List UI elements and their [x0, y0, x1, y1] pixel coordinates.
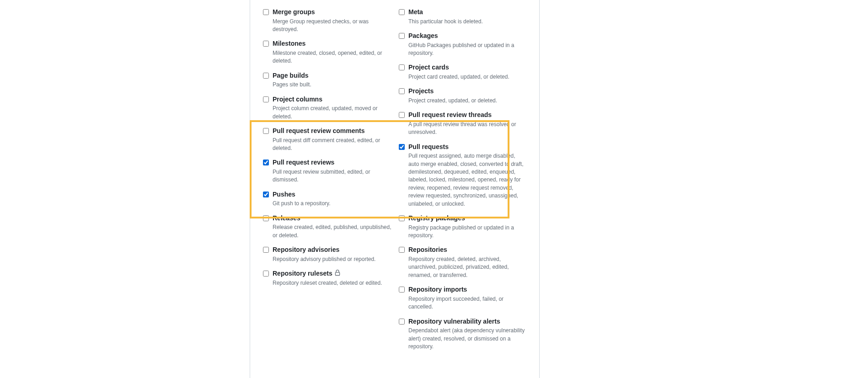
event-checkbox-repo-advisories[interactable] — [263, 247, 269, 253]
event-checkbox-repositories[interactable] — [399, 247, 405, 253]
event-checkbox-pull-requests[interactable] — [399, 144, 405, 150]
event-meta[interactable]: MetaThis particular hook is deleted. — [399, 4, 530, 27]
event-checkbox-meta[interactable] — [399, 9, 405, 15]
event-title: Pull request review comments — [273, 127, 391, 136]
event-releases[interactable]: ReleasesRelease created, edited, publish… — [263, 210, 394, 241]
event-desc: Project created, updated, or deleted. — [408, 97, 527, 105]
event-desc: Dependabot alert (aka dependency vulnera… — [408, 327, 527, 351]
event-checkbox-repo-rulesets[interactable] — [263, 271, 269, 277]
event-title-text: Repository advisories — [273, 246, 339, 253]
event-checkbox-pushes[interactable] — [263, 192, 269, 197]
event-title-text: Pull request review threads — [408, 111, 492, 118]
event-title: Milestones — [273, 39, 391, 48]
event-title: Project cards — [408, 63, 527, 72]
event-repo-rulesets[interactable]: Repository rulesetsRepository ruleset cr… — [263, 265, 394, 289]
event-checkbox-projects[interactable] — [399, 88, 405, 94]
event-body: Project columnsProject column created, u… — [273, 95, 394, 121]
event-desc: Project column created, updated, moved o… — [273, 105, 391, 121]
event-body: Merge groupsMerge Group requested checks… — [273, 8, 394, 33]
event-checkbox-packages[interactable] — [399, 33, 405, 39]
event-desc: Registry package published or updated in… — [408, 224, 527, 240]
event-projects[interactable]: ProjectsProject created, updated, or del… — [399, 83, 530, 106]
event-title: Project columns — [273, 95, 391, 104]
event-title: Repository rulesets — [273, 269, 391, 278]
event-checkbox-pr-reviews[interactable] — [263, 160, 269, 165]
event-body: Pull request reviewsPull request review … — [273, 158, 394, 184]
event-body: Pull requestsPull request assigned, auto… — [408, 143, 530, 208]
event-body: Repository importsRepository import succ… — [408, 285, 530, 311]
event-body: MetaThis particular hook is deleted. — [408, 8, 530, 26]
event-title-text: Repositories — [408, 246, 447, 253]
event-desc: Project card created, updated, or delete… — [408, 73, 527, 81]
event-title-text: Repository imports — [408, 286, 467, 293]
event-checkbox-merge-groups[interactable] — [263, 9, 269, 15]
event-desc: Pull request review submitted, edited, o… — [273, 168, 391, 184]
event-desc: GitHub Packages published or updated in … — [408, 42, 527, 58]
events-column-left: Merge groupsMerge Group requested checks… — [263, 4, 394, 352]
event-checkbox-milestones[interactable] — [263, 41, 269, 47]
event-page-builds[interactable]: Page buildsPages site built. — [263, 67, 394, 91]
event-title: Pull request reviews — [273, 158, 391, 167]
event-title-text: Project cards — [408, 64, 449, 71]
event-desc: Pull request diff comment created, edite… — [273, 137, 391, 153]
event-repo-vuln-alerts[interactable]: Repository vulnerability alertsDependabo… — [399, 313, 530, 353]
lock-icon — [332, 270, 341, 277]
event-checkbox-project-cards[interactable] — [399, 64, 405, 70]
event-repo-imports[interactable]: Repository importsRepository import succ… — [399, 281, 530, 313]
event-pr-reviews[interactable]: Pull request reviewsPull request review … — [263, 154, 394, 186]
event-checkbox-releases[interactable] — [263, 215, 269, 221]
event-title-text: Milestones — [273, 40, 305, 47]
event-title-text: Repository rulesets — [273, 270, 332, 277]
event-project-columns[interactable]: Project columnsProject column created, u… — [263, 91, 394, 122]
event-pushes[interactable]: PushesGit push to a repository. — [263, 186, 394, 210]
event-title: Merge groups — [273, 8, 391, 17]
event-pr-review-comments[interactable]: Pull request review commentsPull request… — [263, 122, 394, 154]
event-repo-advisories[interactable]: Repository advisoriesRepository advisory… — [263, 241, 394, 265]
event-body: Repository vulnerability alertsDependabo… — [408, 317, 530, 351]
event-title-text: Pull request review comments — [273, 127, 365, 134]
event-checkbox-pr-review-comments[interactable] — [263, 128, 269, 134]
event-desc: This particular hook is deleted. — [408, 18, 527, 26]
event-body: PushesGit push to a repository. — [273, 190, 394, 208]
event-checkbox-pr-review-threads[interactable] — [399, 112, 405, 118]
event-repositories[interactable]: RepositoriesRepository created, deleted,… — [399, 241, 530, 281]
event-title-text: Page builds — [273, 72, 309, 79]
event-title-text: Repository vulnerability alerts — [408, 318, 500, 325]
event-checkbox-repo-imports[interactable] — [399, 287, 405, 293]
event-title-text: Pull request reviews — [273, 159, 334, 166]
event-pr-review-threads[interactable]: Pull request review threadsA pull reques… — [399, 106, 530, 138]
webhook-events-panel: Merge groupsMerge Group requested checks… — [250, 0, 540, 378]
event-title-text: Projects — [408, 87, 434, 95]
event-title: Repository advisories — [273, 245, 391, 255]
event-checkbox-project-columns[interactable] — [263, 96, 269, 102]
event-checkbox-page-builds[interactable] — [263, 73, 269, 79]
event-merge-groups[interactable]: Merge groupsMerge Group requested checks… — [263, 4, 394, 35]
event-project-cards[interactable]: Project cardsProject card created, updat… — [399, 59, 530, 83]
event-desc: Release created, edited, published, unpu… — [273, 224, 391, 240]
event-body: ProjectsProject created, updated, or del… — [408, 87, 530, 105]
event-title: Pull request review threads — [408, 111, 527, 120]
event-title: Pull requests — [408, 143, 527, 152]
event-title: Releases — [273, 214, 391, 223]
event-desc: Repository ruleset created, deleted or e… — [273, 279, 391, 287]
event-body: Pull request review threadsA pull reques… — [408, 111, 530, 136]
event-title-text: Pushes — [273, 191, 295, 198]
event-desc: Merge Group requested checks, or was des… — [273, 18, 391, 34]
event-registry-packages[interactable]: Registry packagesRegistry package publis… — [399, 210, 530, 241]
event-checkbox-registry-packages[interactable] — [399, 215, 405, 221]
event-body: ReleasesRelease created, edited, publish… — [273, 214, 394, 240]
event-checkbox-repo-vuln-alerts[interactable] — [399, 319, 405, 325]
event-body: Registry packagesRegistry package publis… — [408, 214, 530, 240]
event-desc: Pages site built. — [273, 81, 391, 89]
event-title: Page builds — [273, 71, 391, 80]
event-title-text: Meta — [408, 8, 423, 16]
event-pull-requests[interactable]: Pull requestsPull request assigned, auto… — [399, 138, 530, 210]
event-packages[interactable]: PackagesGitHub Packages published or upd… — [399, 27, 530, 59]
event-body: RepositoriesRepository created, deleted,… — [408, 245, 530, 279]
event-desc: Pull request assigned, auto merge disabl… — [408, 152, 527, 208]
event-body: Repository rulesetsRepository ruleset cr… — [273, 269, 394, 287]
event-body: Repository advisoriesRepository advisory… — [273, 245, 394, 263]
event-body: PackagesGitHub Packages published or upd… — [408, 32, 530, 57]
event-milestones[interactable]: MilestonesMilestone created, closed, ope… — [263, 35, 394, 67]
event-body: MilestonesMilestone created, closed, ope… — [273, 39, 394, 65]
